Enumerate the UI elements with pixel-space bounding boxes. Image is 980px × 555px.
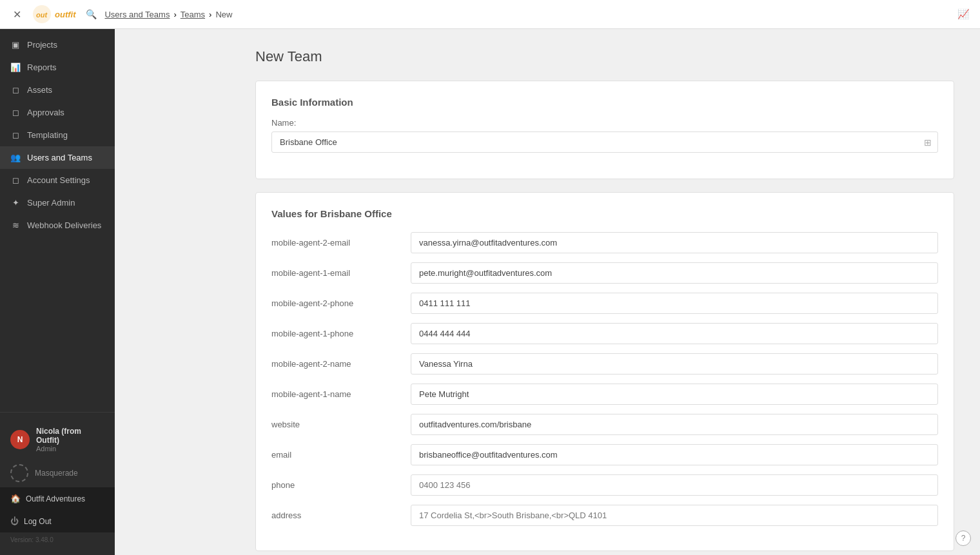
- sidebar-item-label: Reports: [27, 63, 57, 72]
- field-input-0[interactable]: [411, 232, 938, 253]
- assets-icon: ◻: [10, 85, 21, 95]
- breadcrumb-current: New: [215, 10, 232, 19]
- help-icon[interactable]: ?: [956, 531, 971, 546]
- sidebar-item-users-teams[interactable]: 👥 Users and Teams: [0, 146, 115, 169]
- sidebar-item-label: Projects: [27, 40, 57, 50]
- masquerade-avatar: [10, 464, 28, 482]
- field-label-2: mobile-agent-2-phone: [271, 298, 400, 308]
- values-row-8: phone: [271, 474, 938, 496]
- field-label-6: website: [271, 420, 400, 429]
- sidebar-item-super-admin[interactable]: ✦ Super Admin: [0, 191, 115, 214]
- users-teams-icon: 👥: [10, 153, 21, 162]
- basic-info-title: Basic Information: [271, 97, 938, 108]
- sidebar-item-projects[interactable]: ▣ Projects: [0, 34, 115, 56]
- breadcrumb-teams[interactable]: Teams: [181, 10, 205, 19]
- avatar: N: [10, 430, 30, 449]
- values-row-6: website: [271, 414, 938, 435]
- user-info: Nicola (from Outfit) Admin: [36, 427, 104, 453]
- field-input-4[interactable]: [411, 353, 938, 375]
- name-label: Name:: [271, 118, 938, 128]
- svg-text:out: out: [36, 11, 48, 19]
- org-icon: 🏠: [10, 494, 21, 503]
- sidebar-item-label: Account Settings: [27, 175, 90, 185]
- name-input-wrapper: ⊞: [271, 131, 938, 153]
- logo: out outfit: [32, 4, 75, 24]
- field-label-8: phone: [271, 480, 400, 490]
- nav-items: ▣ Projects 📊 Reports ◻ Assets ◻ Approval…: [0, 28, 115, 412]
- account-settings-icon: ◻: [10, 175, 21, 185]
- masquerade-section[interactable]: Masquerade: [0, 459, 115, 487]
- main-content: New Team Basic Information Name: ⊞ Value…: [230, 29, 980, 555]
- webhook-icon: ≋: [10, 220, 21, 230]
- values-row-0: mobile-agent-2-email: [271, 232, 938, 253]
- values-row-1: mobile-agent-1-email: [271, 262, 938, 284]
- sidebar-item-account-settings[interactable]: ◻ Account Settings: [0, 169, 115, 191]
- projects-icon: ▣: [10, 40, 21, 50]
- search-icon[interactable]: 🔍: [86, 9, 97, 19]
- user-name: Nicola (from Outfit): [36, 427, 104, 445]
- field-label-5: mobile-agent-1-name: [271, 389, 400, 399]
- topbar: ✕ out outfit 🔍 Users and Teams › Teams ›…: [0, 0, 980, 29]
- breadcrumb-users-teams[interactable]: Users and Teams: [104, 10, 170, 19]
- field-label-4: mobile-agent-2-name: [271, 359, 400, 369]
- team-name-input[interactable]: [271, 131, 938, 153]
- sidebar-item-label: Templating: [27, 130, 68, 140]
- super-admin-icon: ✦: [10, 198, 21, 208]
- sidebar: Powered by outfit ▣ Projects 📊 Reports ◻…: [0, 0, 115, 555]
- user-role: Admin: [36, 445, 104, 453]
- breadcrumb: Users and Teams › Teams › New: [104, 10, 232, 19]
- field-input-7[interactable]: [411, 444, 938, 465]
- page-title: New Team: [255, 48, 954, 65]
- field-label-9: address: [271, 511, 400, 520]
- logout-label: Log Out: [24, 517, 52, 526]
- values-row-4: mobile-agent-2-name: [271, 353, 938, 375]
- field-label-0: mobile-agent-2-email: [271, 238, 400, 248]
- sidebar-item-label: Assets: [27, 85, 52, 95]
- field-label-3: mobile-agent-1-phone: [271, 329, 400, 338]
- field-input-6[interactable]: [411, 414, 938, 435]
- field-input-3[interactable]: [411, 323, 938, 344]
- values-row-3: mobile-agent-1-phone: [271, 323, 938, 344]
- sidebar-item-approvals[interactable]: ◻ Approvals: [0, 101, 115, 124]
- close-button[interactable]: ✕: [10, 6, 24, 23]
- reports-icon: 📊: [10, 63, 21, 72]
- values-title: Values for Brisbane Office: [271, 208, 938, 219]
- sidebar-item-webhook-deliveries[interactable]: ≋ Webhook Deliveries: [0, 214, 115, 237]
- values-row-5: mobile-agent-1-name: [271, 384, 938, 405]
- sidebar-item-label: Approvals: [27, 108, 64, 117]
- org-name: Outfit Adventures: [26, 494, 85, 503]
- field-label-1: mobile-agent-1-email: [271, 268, 400, 278]
- field-input-2[interactable]: [411, 293, 938, 314]
- templating-icon: ◻: [10, 130, 21, 140]
- sidebar-item-templating[interactable]: ◻ Templating: [0, 124, 115, 146]
- sidebar-item-assets[interactable]: ◻ Assets: [0, 79, 115, 101]
- sidebar-item-reports[interactable]: 📊 Reports: [0, 56, 115, 79]
- basic-info-card: Basic Information Name: ⊞: [255, 81, 954, 179]
- sidebar-item-label: Users and Teams: [27, 153, 92, 162]
- approvals-icon: ◻: [10, 108, 21, 117]
- field-label-7: email: [271, 450, 400, 460]
- field-input-1[interactable]: [411, 262, 938, 284]
- values-row-9: address: [271, 505, 938, 526]
- activity-icon[interactable]: 📈: [957, 8, 970, 20]
- field-input-5[interactable]: [411, 384, 938, 405]
- logout-icon: ⏻: [10, 516, 19, 526]
- sidebar-item-label: Webhook Deliveries: [27, 220, 101, 230]
- table-icon: ⊞: [924, 137, 932, 148]
- sidebar-item-label: Super Admin: [27, 198, 75, 208]
- breadcrumb-sep-2: ›: [209, 10, 211, 19]
- sidebar-bottom: N Nicola (from Outfit) Admin Masquerade …: [0, 412, 115, 555]
- field-input-9[interactable]: [411, 505, 938, 526]
- breadcrumb-sep-1: ›: [173, 10, 176, 19]
- values-row-7: email: [271, 444, 938, 465]
- values-card: Values for Brisbane Office mobile-agent-…: [255, 192, 954, 551]
- logo-text: outfit: [55, 10, 75, 19]
- user-section[interactable]: N Nicola (from Outfit) Admin: [0, 420, 115, 459]
- logo-icon: out: [32, 4, 52, 24]
- logout-section[interactable]: ⏻ Log Out: [0, 510, 115, 532]
- org-section[interactable]: 🏠 Outfit Adventures: [0, 487, 115, 510]
- version-text: Version: 3.48.0: [0, 532, 115, 547]
- name-form-group: Name: ⊞: [271, 118, 938, 153]
- field-input-8[interactable]: [411, 474, 938, 496]
- masquerade-label: Masquerade: [35, 469, 78, 478]
